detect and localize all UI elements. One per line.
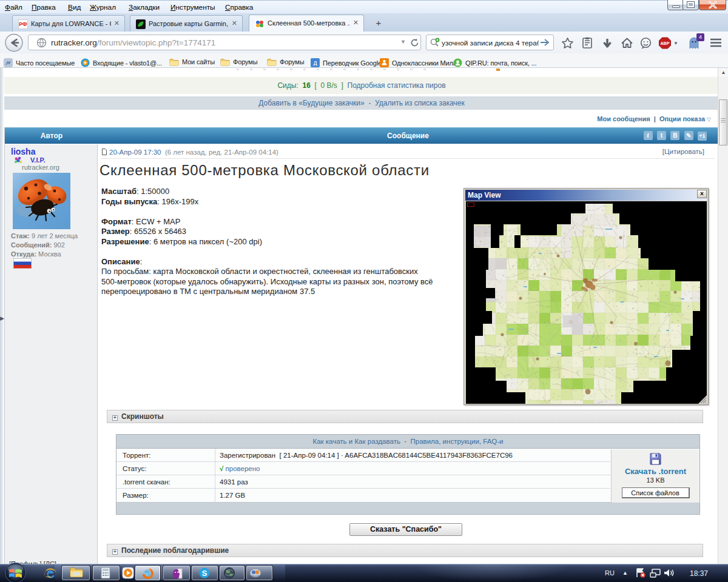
- svg-text:S: S: [202, 569, 207, 578]
- svg-text:ABP: ABP: [660, 41, 669, 46]
- svg-text:д: д: [314, 59, 317, 66]
